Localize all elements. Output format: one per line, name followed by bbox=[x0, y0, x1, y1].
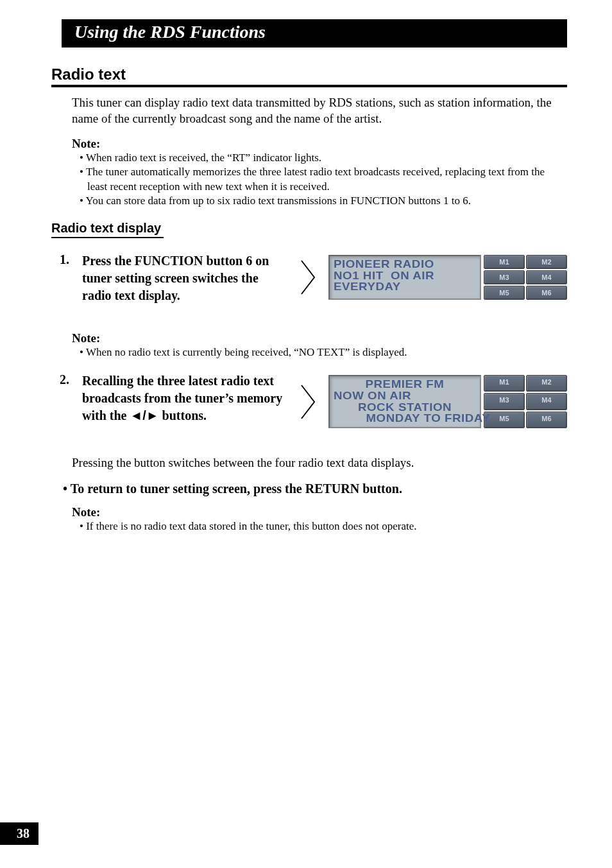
note-label: Note: bbox=[72, 505, 567, 519]
lcd-line: ROCK STATION bbox=[327, 402, 483, 413]
memory-button: M6 bbox=[526, 412, 567, 428]
note-item: You can store data from up to six radio … bbox=[80, 194, 567, 208]
lcd-line: NOW ON AIR bbox=[334, 390, 490, 402]
arrow-icon bbox=[300, 259, 317, 295]
note-item: When no radio text is currently being re… bbox=[80, 345, 567, 360]
display-panel: PREMIER FMNOW ON AIRROCK STATIONMONDAY T… bbox=[328, 375, 567, 428]
lcd-line: PREMIER FM bbox=[327, 379, 483, 390]
note-list: If there is no radio text data stored in… bbox=[80, 519, 567, 534]
lcd-line: EVERYDAY bbox=[334, 281, 490, 293]
memory-button: M2 bbox=[526, 375, 567, 392]
section-title: Radio text bbox=[51, 65, 567, 85]
step-number: 2. bbox=[51, 372, 69, 387]
subsection-title: Radio text display bbox=[51, 221, 164, 237]
memory-button: M6 bbox=[526, 286, 567, 300]
chapter-title: Using the RDS Functions bbox=[74, 22, 559, 42]
note-list: When radio text is received, the “RT” in… bbox=[80, 151, 567, 207]
note-item: If there is no radio text data stored in… bbox=[80, 519, 567, 534]
body-paragraph: Pressing the button switches between the… bbox=[72, 455, 567, 471]
memory-button-grid: M1M2M3M4M5M6 bbox=[484, 375, 567, 428]
step-text: Recalling the three latest radio text br… bbox=[82, 372, 287, 424]
step-row: 1. Press the FUNCTION button 6 on tuner … bbox=[51, 252, 567, 304]
note-item: When radio text is received, the “RT” in… bbox=[80, 151, 567, 165]
lcd-line: MONDAY TO FRIDAY bbox=[334, 413, 490, 424]
lcd-line: NO1 HIT ON AIR bbox=[334, 270, 490, 282]
note-label: Note: bbox=[72, 331, 567, 345]
figure-area: PIONEER RADIONO1 HIT ON AIREVERYDAY M1M2… bbox=[300, 252, 567, 300]
memory-button: M1 bbox=[484, 375, 525, 392]
step-text: Press the FUNCTION button 6 on tuner set… bbox=[82, 252, 287, 304]
memory-button: M2 bbox=[526, 255, 567, 269]
memory-button-grid: M1M2M3M4M5M6 bbox=[484, 255, 567, 300]
arrow-icon bbox=[300, 384, 317, 420]
step-row: 2. Recalling the three latest radio text… bbox=[51, 372, 567, 428]
step-text-suffix: buttons. bbox=[159, 408, 207, 422]
figure-area: PREMIER FMNOW ON AIRROCK STATIONMONDAY T… bbox=[300, 372, 567, 428]
lcd-screen: PIONEER RADIONO1 HIT ON AIREVERYDAY bbox=[328, 255, 481, 300]
return-instruction: To return to tuner setting screen, press… bbox=[63, 482, 567, 496]
lcd-screen: PREMIER FMNOW ON AIRROCK STATIONMONDAY T… bbox=[328, 375, 481, 428]
lcd-line: PIONEER RADIO bbox=[334, 259, 490, 270]
step-number: 1. bbox=[51, 252, 69, 267]
display-panel: PIONEER RADIONO1 HIT ON AIREVERYDAY M1M2… bbox=[328, 255, 567, 300]
subsection-rule: Radio text display bbox=[51, 221, 164, 238]
note-list: When no radio text is currently being re… bbox=[80, 345, 567, 360]
section-title-rule: Radio text bbox=[51, 65, 567, 87]
note-item: The tuner automatically memorizes the th… bbox=[80, 165, 567, 193]
chapter-header: Using the RDS Functions bbox=[62, 19, 567, 48]
memory-button: M4 bbox=[526, 270, 567, 284]
memory-button: M4 bbox=[526, 393, 567, 410]
intro-paragraph: This tuner can display radio text data t… bbox=[72, 95, 567, 126]
page-number: 38 bbox=[0, 822, 38, 845]
note-label: Note: bbox=[72, 137, 567, 151]
arrow-buttons-label: ◄/► bbox=[130, 408, 158, 422]
